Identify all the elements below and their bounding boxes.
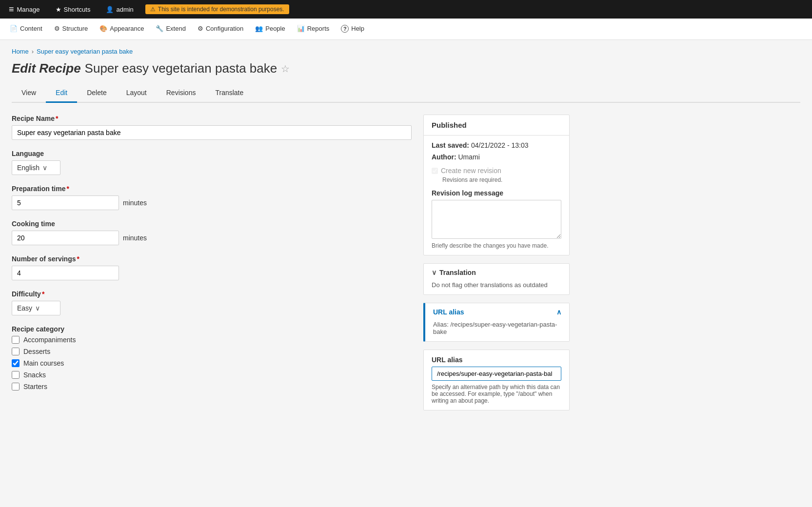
create-revision-row: Create new revision (432, 167, 561, 175)
cooking-time-input[interactable] (12, 231, 119, 245)
nav-item-help[interactable]: ? Help (335, 19, 370, 40)
category-starters[interactable]: Starters (12, 383, 412, 390)
revision-note: Revisions are required. (442, 176, 561, 183)
nav-item-configuration[interactable]: ⚙ Configuration (192, 19, 249, 40)
checkbox-starters[interactable] (12, 383, 20, 390)
nav-reports-label: Reports (307, 25, 330, 32)
cooking-time-group: Cooking time minutes (12, 220, 412, 245)
revision-log-label: Revision log message (432, 189, 561, 197)
page-title-text: Super easy vegetarian pasta bake (85, 61, 277, 76)
required-star-difficulty: * (42, 290, 44, 298)
published-status: Published (424, 115, 569, 136)
admin-user-button[interactable]: 👤 admin (102, 4, 137, 15)
favorite-star-icon[interactable]: ☆ (281, 63, 290, 75)
tab-layout[interactable]: Layout (117, 84, 157, 103)
nav-item-extend[interactable]: 🔧 Extend (150, 19, 191, 40)
config-icon: ⚙ (198, 25, 203, 32)
tab-edit[interactable]: Edit (46, 84, 77, 103)
cooking-time-unit: minutes (123, 234, 147, 242)
required-star-prep: * (66, 185, 69, 193)
servings-label: Number of servings* (12, 255, 412, 263)
breadcrumb-home[interactable]: Home (12, 48, 29, 55)
nav-config-label: Configuration (206, 25, 243, 32)
last-saved-value: 04/21/2022 - 13:03 (471, 141, 529, 149)
checkbox-main-courses[interactable] (12, 359, 20, 367)
difficulty-chevron-icon: ∨ (35, 304, 40, 312)
translation-panel: ∨ Translation Do not flag other translat… (423, 263, 570, 295)
nav-item-people[interactable]: 👥 People (249, 19, 291, 40)
translation-body: Do not flag other translations as outdat… (424, 281, 569, 294)
difficulty-label: Difficulty* (12, 290, 412, 298)
structure-icon: ⚙ (54, 25, 60, 32)
last-saved-label: Last saved: (432, 141, 469, 149)
form-area: Recipe Name* Language English ∨ Preparat… (12, 115, 412, 400)
hamburger-icon (9, 4, 14, 15)
status-label: Published (432, 121, 467, 129)
checkbox-desserts[interactable] (12, 348, 20, 355)
author-value: Umami (458, 153, 479, 161)
category-main-courses[interactable]: Main courses (12, 359, 412, 367)
difficulty-select[interactable]: Easy ∨ (12, 301, 60, 315)
nav-item-structure[interactable]: ⚙ Structure (48, 19, 94, 40)
extend-icon: 🔧 (156, 25, 163, 32)
published-panel: Published Last saved: 04/21/2022 - 13:03… (423, 115, 570, 255)
chevron-up-icon: ∨ (432, 269, 436, 276)
shortcuts-button[interactable]: ★ Shortcuts (52, 4, 95, 15)
checkbox-accompaniments[interactable] (12, 336, 20, 344)
warning-badge: ⚠ This site is intended for demonstratio… (145, 4, 289, 14)
url-alias-header[interactable]: URL alias ∧ (425, 303, 569, 321)
servings-input[interactable] (12, 266, 119, 280)
manage-label: Manage (17, 6, 40, 13)
recipe-name-input[interactable] (12, 125, 412, 140)
tab-view[interactable]: View (12, 84, 46, 103)
main-layout: Recipe Name* Language English ∨ Preparat… (12, 115, 800, 410)
nav-item-content[interactable]: 📄 Content (4, 19, 48, 40)
prep-time-label: Preparation time* (12, 185, 412, 193)
cooking-time-label: Cooking time (12, 220, 412, 228)
nav-item-reports[interactable]: 📊 Reports (291, 19, 336, 40)
starters-label: Starters (23, 383, 47, 390)
content-icon: 📄 (10, 25, 18, 32)
difficulty-group: Difficulty* Easy ∨ (12, 290, 412, 315)
breadcrumb-separator: › (32, 48, 34, 55)
category-group: Recipe category Accompaniments Desserts … (12, 325, 412, 390)
tab-delete[interactable]: Delete (77, 84, 116, 103)
warning-icon: ⚠ (150, 6, 156, 13)
published-panel-body: Last saved: 04/21/2022 - 13:03 Author: U… (424, 136, 569, 255)
shortcuts-label: Shortcuts (64, 6, 91, 13)
prep-time-input-row: minutes (12, 195, 412, 210)
tab-translate[interactable]: Translate (205, 84, 253, 103)
category-accompaniments[interactable]: Accompaniments (12, 336, 412, 344)
url-alias-path: Alias: /recipes/super-easy-vegetarian-pa… (433, 321, 557, 335)
required-star-servings: * (77, 255, 79, 263)
url-alias-input[interactable] (432, 367, 561, 381)
prep-time-unit: minutes (123, 199, 147, 207)
last-saved-row: Last saved: 04/21/2022 - 13:03 (432, 141, 561, 149)
author-row: Author: Umami (432, 153, 561, 161)
tab-revisions[interactable]: Revisions (157, 84, 206, 103)
manage-button[interactable]: Manage (5, 2, 44, 17)
url-alias-panel: URL alias ∧ Alias: /recipes/super-easy-v… (423, 303, 570, 342)
accompaniments-label: Accompaniments (23, 336, 76, 344)
difficulty-value: Easy (17, 304, 32, 312)
nav-extend-label: Extend (166, 25, 185, 32)
category-checkbox-group: Accompaniments Desserts Main courses Sna… (12, 336, 412, 390)
breadcrumb: Home › Super easy vegetarian pasta bake (12, 48, 800, 55)
create-revision-checkbox (432, 168, 438, 174)
category-snacks[interactable]: Snacks (12, 371, 412, 379)
page-title: Edit Recipe Super easy vegetarian pasta … (12, 61, 800, 76)
breadcrumb-parent[interactable]: Super easy vegetarian pasta bake (37, 48, 133, 55)
revision-log-textarea[interactable] (432, 200, 561, 239)
nav-bar: 📄 Content ⚙ Structure 🎨 Appearance 🔧 Ext… (0, 19, 812, 40)
category-desserts[interactable]: Desserts (12, 348, 412, 355)
prep-time-input[interactable] (12, 195, 119, 210)
create-revision-label: Create new revision (441, 167, 501, 175)
language-select[interactable]: English ∨ (12, 160, 60, 175)
translation-header[interactable]: ∨ Translation (424, 264, 569, 281)
checkbox-snacks[interactable] (12, 371, 20, 379)
desserts-label: Desserts (23, 348, 50, 355)
person-icon: 👤 (106, 6, 114, 13)
nav-appearance-label: Appearance (110, 25, 144, 32)
reports-icon: 📊 (297, 25, 305, 32)
nav-item-appearance[interactable]: 🎨 Appearance (94, 19, 150, 40)
